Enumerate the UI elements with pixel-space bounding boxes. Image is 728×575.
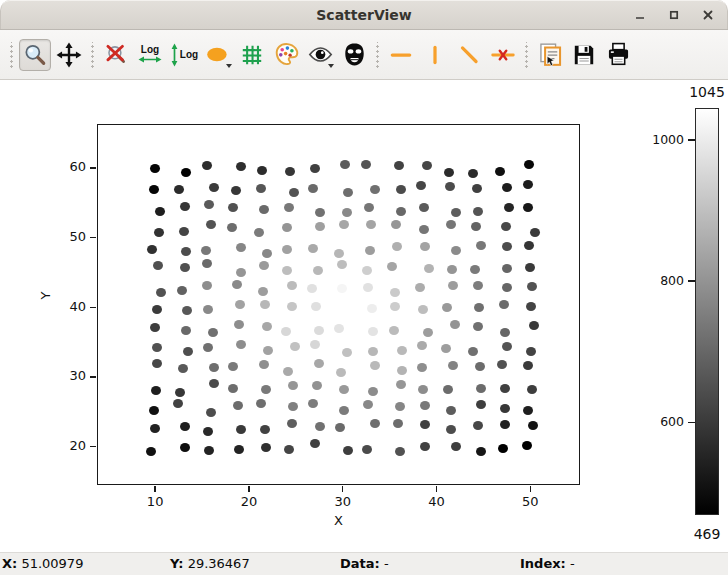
scatter-dot [448, 281, 458, 290]
scatter-dot [307, 284, 317, 293]
toolbar-grip[interactable] [89, 42, 96, 68]
colorbar-tick-label: 800 [644, 273, 684, 288]
scatter-dot [289, 188, 299, 197]
close-button[interactable] [696, 3, 720, 27]
scatter-dot [178, 364, 188, 373]
scatter-dot [470, 265, 480, 274]
scatter-dot [310, 164, 320, 173]
scatter-dot [524, 241, 534, 250]
scatter-dot [476, 400, 486, 409]
colorbar-tick [688, 422, 695, 424]
green-grid-icon [239, 42, 265, 68]
hline-button[interactable] [385, 39, 417, 71]
colorbar-max-label: 1045 [671, 84, 728, 100]
copy-button[interactable] [534, 39, 566, 71]
scatter-dot [528, 421, 538, 430]
scatter-dot [285, 167, 295, 176]
scatter-dot [387, 262, 397, 271]
mask-button[interactable] [338, 39, 370, 71]
scatter-dot [446, 406, 456, 415]
scatter-dot [335, 423, 345, 432]
visibility-button[interactable] [304, 39, 336, 71]
scatter-dot [181, 168, 191, 177]
remove-line-button[interactable] [487, 39, 519, 71]
scatter-dot [259, 205, 269, 214]
scatter-dot [389, 326, 399, 335]
maximize-button[interactable] [662, 3, 686, 27]
scatter-dot [367, 304, 377, 313]
colorbar-tick-label: 600 [644, 414, 684, 429]
x-tick-label: 30 [323, 494, 363, 509]
printer-icon [605, 41, 632, 68]
orange-hline-icon [388, 42, 414, 68]
scatter-dot [473, 421, 483, 430]
grid-toggle-button[interactable] [236, 39, 268, 71]
scatter-dot [263, 346, 273, 355]
log-y-button[interactable]: Log [168, 39, 200, 71]
toolbar-grip[interactable] [523, 42, 530, 68]
orange-diagline-icon [456, 42, 482, 68]
scatter-dot [395, 447, 405, 456]
log-x-button[interactable]: Log [134, 39, 166, 71]
move-arrows-icon [56, 42, 82, 68]
x-tick-label: 40 [417, 494, 457, 509]
scatter-dot [527, 385, 537, 394]
scatter-dot [418, 305, 428, 314]
scatter-dot [315, 422, 325, 431]
scatter-dot [443, 385, 453, 394]
scatter-dot [236, 425, 246, 434]
print-button[interactable] [602, 39, 634, 71]
scatter-dot [287, 302, 297, 311]
colorbar-gradient [695, 108, 719, 515]
scatter-dot [236, 340, 246, 349]
scatter-dot [180, 202, 190, 211]
y-tick [90, 446, 96, 448]
scatter-dot [236, 162, 246, 171]
scatter-dot [180, 443, 190, 452]
scatter-dot [257, 166, 267, 175]
scatter-dot [228, 203, 238, 212]
scatter-dot [473, 281, 483, 290]
y-tick [90, 167, 96, 169]
zoom-reset-button[interactable] [100, 39, 132, 71]
scatter-dot [232, 280, 242, 289]
titlebar[interactable]: ScatterView [0, 0, 728, 30]
scatter-dot [314, 359, 324, 368]
scatter-dot [502, 264, 512, 273]
scatter-dot [420, 442, 430, 451]
minimize-icon [634, 9, 646, 21]
scatter-dot [343, 446, 353, 455]
marker-style-button[interactable] [202, 39, 234, 71]
save-button[interactable] [568, 39, 600, 71]
x-tick-label: 20 [229, 494, 269, 509]
scatter-dot [147, 245, 157, 254]
scatter-dot [451, 246, 461, 255]
scatter-plot-axes[interactable] [97, 124, 580, 485]
x-tick-label: 50 [510, 494, 550, 509]
scatter-dot [530, 228, 540, 237]
plot-canvas[interactable]: 10203040502030405060 X Y 1045 469 100080… [0, 80, 728, 552]
toolbar-grip[interactable] [8, 42, 15, 68]
scatter-dot [471, 222, 481, 231]
scatter-dot [173, 399, 183, 408]
y-tick [90, 307, 96, 309]
scatter-dot [153, 261, 163, 270]
toolbar-grip[interactable] [374, 42, 381, 68]
scatter-dot [261, 385, 271, 394]
scatter-dot [311, 302, 321, 311]
scatter-dot [473, 322, 483, 331]
scatter-dot [206, 408, 216, 417]
scatter-dot [420, 242, 430, 251]
diagline-button[interactable] [453, 39, 485, 71]
pan-button[interactable] [53, 39, 85, 71]
scatter-dot [150, 424, 160, 433]
zoom-button[interactable] [19, 39, 51, 71]
scatter-dot [209, 363, 219, 372]
scatter-dot [370, 361, 380, 370]
scatter-dot [420, 401, 430, 410]
colormap-button[interactable] [270, 39, 302, 71]
minimize-button[interactable] [628, 3, 652, 27]
scatter-dot [476, 384, 486, 393]
vline-button[interactable] [419, 39, 451, 71]
scatter-dot [154, 228, 164, 237]
